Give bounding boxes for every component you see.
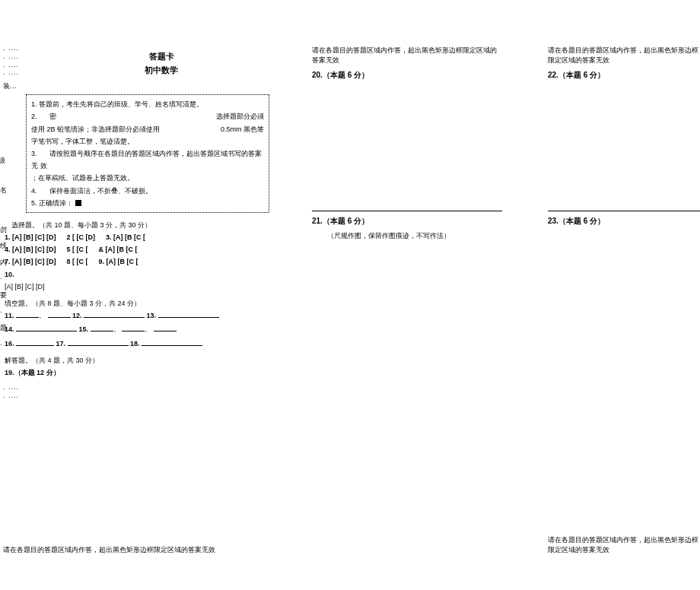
fill-blank-section: 填空题。（共 8 题、每小题 3 分，共 24 分） 11. 、 12. 13.… — [5, 297, 269, 350]
dots-line: · ···· — [3, 385, 274, 393]
blank-line[interactable] — [48, 309, 71, 318]
dots-line: · ···· — [3, 62, 49, 71]
free-response-section: 解答题。（共 4 题，共 30 分） 19.（本题 12 分） — [5, 354, 269, 379]
mc-item: 4. [A] [B] [C] [D] — [5, 243, 56, 255]
question-heading: 19.（本题 12 分） — [5, 366, 269, 379]
dots-line: · ···· — [3, 46, 49, 54]
section-heading: 解答题。（共 4 题，共 30 分） — [5, 354, 269, 366]
blank-line[interactable] — [142, 338, 202, 346]
blank-line[interactable] — [91, 323, 113, 331]
area-note: 请在各题目的答题区域内作答，超出黑色矩形边框限定区域的答案无效 — [312, 46, 502, 65]
margin-dots-bottom: · ···· · ···· — [3, 385, 274, 401]
fill-square-icon — [75, 200, 81, 206]
blank-label: 12. — [72, 312, 82, 319]
mc-item: [A] [B] [C] [D] — [5, 281, 269, 293]
footer-note-right: 请在各题目的答题区域内作答，超出黑色矩形边框限定区域的答案无效 — [548, 535, 700, 555]
footer-note-left: 请在各题目的答题区域内作答，超出黑色矩形边框限定区域的答案无效 — [3, 545, 215, 555]
blank-line[interactable] — [84, 309, 145, 318]
dots-line: · ···· — [3, 54, 49, 62]
instr-text: 5. 正确填涂： — [31, 199, 73, 207]
area-note: 请在各题目的答题区域内作答，超出黑色矩形边框限定区域的答案无效 — [548, 46, 700, 65]
instr-text: 保持卷面清洁，不折叠、不破损。 — [49, 187, 152, 195]
left-gutter-text: 名 勿 线 内 · 要 · 题 · — [0, 182, 7, 353]
blank-line[interactable] — [16, 323, 77, 331]
blank-label: 15. — [79, 325, 89, 333]
instr-num: 1. — [31, 100, 37, 108]
blank-label: 13. — [147, 312, 157, 319]
question-heading: 20.（本题 6 分） — [312, 70, 502, 81]
page-subtitle: 初中数学 — [49, 64, 274, 78]
section-heading: 填空题。（共 8 题、每小题 3 分，共 24 分） — [5, 297, 269, 309]
mc-item: 3. [A] [B [C [ — [106, 231, 145, 243]
side-label: 级 — [0, 152, 9, 170]
section-heading: 、选择题。（共 10 题、每小题 3 分，共 30 分） — [5, 219, 269, 231]
mc-item: 1. [A] [B] [C] [D] — [5, 231, 56, 243]
mc-item: 8 [ [C [ — [66, 255, 88, 268]
instr-right: 0.5mm 黑色签 — [221, 123, 264, 135]
mc-item: 2 [ [C [D] — [66, 231, 95, 243]
question-subtext: （尺规作图，保留作图痕迹，不写作法） — [327, 231, 502, 241]
blank-line[interactable] — [16, 309, 39, 318]
column-2: 请在各题目的答题区域内作答，超出黑色矩形边框限定区域的答案无效 20.（本题 6… — [312, 46, 502, 241]
dots-line: · ···· — [3, 393, 274, 401]
blank-label: 17. — [56, 340, 66, 347]
dots-line: · ···· — [3, 70, 49, 78]
instr-text: ；在草稿纸、试题卷上答题无效。 — [31, 172, 264, 184]
blank-line[interactable] — [154, 323, 177, 331]
mc-item: & [A] [B [C [ — [98, 243, 137, 255]
instr-num: 2. — [31, 113, 37, 120]
blank-label: 18. — [130, 340, 140, 347]
instr-text: 使用 2B 铅笔填涂；非选择题部分必须使用 — [31, 125, 160, 133]
mc-item: 5 [ [C [ — [66, 243, 88, 255]
mc-item: 7. [A] [B] [C] [D] — [5, 255, 56, 268]
instr-right: 选择题部分必须 — [216, 110, 264, 122]
instr-num: 4. — [31, 187, 37, 195]
left-margin-labels: 级 — [0, 152, 9, 173]
separator-line — [312, 210, 502, 211]
blank-line[interactable] — [158, 309, 219, 318]
instr-text: 答题前，考生先将自己的班级、学号、姓名填写清楚。 — [39, 100, 203, 108]
decor-text: 装… — [3, 81, 274, 91]
column-1: · ···· · ···· · ···· · ···· 答题卡 初中数学 装… … — [0, 46, 274, 401]
separator-line — [548, 210, 700, 211]
mc-item: 9. [A] [B [C [ — [98, 255, 138, 268]
page-title: 答题卡 — [49, 50, 274, 64]
column-3: 请在各题目的答题区域内作答，超出黑色矩形边框限定区域的答案无效 22.（本题 6… — [548, 46, 700, 227]
instr-num: 3. — [31, 150, 37, 157]
instr-text: 字笔书写，字体工整，笔迹清楚。 — [31, 135, 264, 148]
margin-dots-top: · ···· · ···· · ···· · ···· — [3, 46, 49, 81]
blank-line[interactable] — [122, 323, 145, 331]
multiple-choice-section: 、选择题。（共 10 题、每小题 3 分，共 30 分） 1. [A] [B] … — [5, 219, 269, 293]
instr-text: 请按照题号顺序在各题目的答题区域内作答，超出答题区域书写的答案无 效 — [31, 150, 262, 170]
question-heading: 22.（本题 6 分） — [548, 70, 700, 81]
question-heading: 23.（本题 6 分） — [548, 216, 700, 227]
blank-line[interactable] — [16, 338, 54, 346]
instr-pre: 密 — [49, 113, 56, 120]
blank-line[interactable] — [68, 338, 129, 346]
question-heading: 21.（本题 6 分） — [312, 216, 502, 227]
instructions-box: 1. 答题前，考生先将自己的班级、学号、姓名填写清楚。 2. 密 选择题部分必须… — [26, 94, 269, 213]
